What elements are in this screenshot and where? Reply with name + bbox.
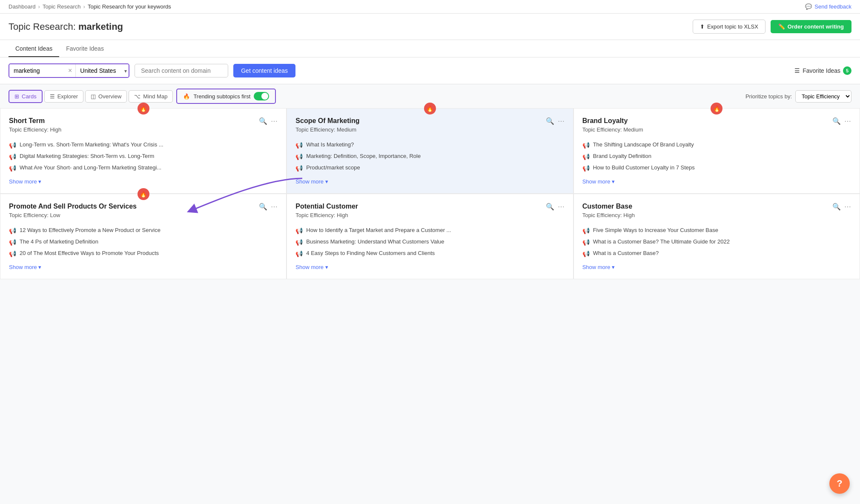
card-item: 📢 Product/market scope — [295, 164, 564, 172]
clear-keyword-button[interactable]: × — [65, 67, 75, 74]
card-more-button[interactable]: ⋯ — [844, 203, 851, 211]
show-more-link[interactable]: Show more ▾ — [582, 264, 851, 270]
toggle-switch[interactable] — [254, 92, 269, 100]
trending-subtopics-toggle[interactable]: 🔥 Trending subtopics first — [176, 89, 276, 104]
card-more-button[interactable]: ⋯ — [558, 117, 565, 125]
export-button[interactable]: ⬆ Export topic to XLSX — [693, 20, 765, 34]
card-efficiency: Topic Efficiency: High — [9, 126, 259, 133]
card-header: Brand Loyalty Topic Efficiency: Medium 🔍… — [582, 117, 851, 133]
card-efficiency: Topic Efficiency: High — [582, 212, 832, 218]
card-title-block: Potential Customer Topic Efficiency: Hig… — [295, 203, 545, 218]
card-title-block: Short Term Topic Efficiency: High — [9, 117, 259, 133]
fire-badge: 🔥 — [711, 103, 722, 115]
keyword-input-wrap: × United States United Kingdom Canada ▾ — [9, 63, 129, 78]
card-title: Brand Loyalty — [582, 117, 832, 125]
grid-icon: ⊞ — [14, 93, 19, 100]
explorer-icon: ☰ — [50, 93, 55, 100]
card-actions: 🔍 ⋯ — [832, 203, 851, 211]
show-more-link[interactable]: Show more ▾ — [295, 178, 564, 185]
card-item: 📢 What is a Customer Base? — [582, 250, 851, 257]
megaphone-icon: 📢 — [295, 165, 303, 172]
card-items: 📢 How to Identify a Target Market and Pr… — [295, 227, 564, 257]
card-items: 📢 What Is Marketing? 📢 Marketing: Defini… — [295, 141, 564, 172]
card-item: 📢 12 Ways to Effectively Promote a New P… — [9, 227, 278, 234]
send-feedback-link[interactable]: 💬 Send feedback — [805, 3, 851, 10]
view-cards-button[interactable]: ⊞ Cards — [9, 90, 43, 103]
card-header: Customer Base Topic Efficiency: High 🔍 ⋯ — [582, 203, 851, 218]
card-more-button[interactable]: ⋯ — [844, 117, 851, 125]
card-item: 📢 Marketing: Definition, Scope, Importan… — [295, 153, 564, 160]
card-item: 📢 What Is Marketing? — [295, 141, 564, 149]
export-icon: ⬆ — [700, 23, 705, 30]
card-item: 📢 What is a Customer Base? The Ultimate … — [582, 238, 851, 246]
view-mindmap-button[interactable]: ⌥ Mind Map — [129, 90, 173, 103]
main-tabs: Content Ideas Favorite Ideas — [0, 40, 860, 57]
keyword-input[interactable] — [9, 64, 65, 77]
card-search-button[interactable]: 🔍 — [259, 117, 267, 125]
card-scope-of-marketing: 🔥 Scope Of Marketing Topic Efficiency: M… — [287, 108, 573, 194]
fav-count-badge: 5 — [843, 66, 851, 75]
page-title: Topic Research: marketing — [9, 21, 123, 32]
country-select[interactable]: United States United Kingdom Canada — [76, 64, 129, 77]
card-short-term: 🔥 Short Term Topic Efficiency: High 🔍 ⋯ … — [0, 108, 287, 194]
card-item: 📢 What Are Your Short- and Long-Term Mar… — [9, 164, 278, 172]
fire-icon-toggle: 🔥 — [183, 93, 190, 100]
megaphone-icon: 📢 — [582, 165, 590, 172]
card-actions: 🔍 ⋯ — [546, 117, 565, 125]
card-more-button[interactable]: ⋯ — [271, 203, 278, 211]
view-explorer-button[interactable]: ☰ Explorer — [44, 90, 83, 103]
breadcrumb-topic-research[interactable]: Topic Research — [43, 3, 81, 10]
megaphone-icon: 📢 — [295, 153, 303, 160]
card-header: Scope Of Marketing Topic Efficiency: Med… — [295, 117, 564, 133]
megaphone-icon: 📢 — [295, 250, 303, 257]
breadcrumb-dashboard[interactable]: Dashboard — [9, 3, 36, 10]
megaphone-icon: 📢 — [295, 142, 303, 149]
show-more-link[interactable]: Show more ▾ — [9, 264, 278, 270]
card-header: Promote And Sell Products Or Services To… — [9, 203, 278, 218]
show-more-link[interactable]: Show more ▾ — [582, 178, 851, 185]
card-promote-and-sell: 🔥 Promote And Sell Products Or Services … — [0, 194, 287, 279]
card-header: Short Term Topic Efficiency: High 🔍 ⋯ — [9, 117, 278, 133]
order-writing-button[interactable]: ✏️ Order content writing — [771, 20, 851, 33]
list-icon: ☰ — [794, 67, 800, 74]
fire-badge: 🔥 — [138, 103, 149, 115]
card-search-button[interactable]: 🔍 — [546, 203, 554, 211]
card-item: 📢 Brand Loyalty Definition — [582, 153, 851, 160]
card-search-button[interactable]: 🔍 — [259, 203, 267, 211]
card-actions: 🔍 ⋯ — [259, 117, 278, 125]
card-item: 📢 How to Identify a Target Market and Pr… — [295, 227, 564, 234]
show-more-link[interactable]: Show more ▾ — [295, 264, 564, 270]
card-brand-loyalty: 🔥 Brand Loyalty Topic Efficiency: Medium… — [573, 108, 860, 194]
card-actions: 🔍 ⋯ — [546, 203, 565, 211]
card-title-block: Promote And Sell Products Or Services To… — [9, 203, 259, 218]
card-title-block: Scope Of Marketing Topic Efficiency: Med… — [295, 117, 545, 133]
megaphone-icon: 📢 — [9, 250, 16, 257]
tab-content-ideas[interactable]: Content Ideas — [9, 40, 59, 57]
toggle-knob — [261, 93, 268, 100]
show-more-link[interactable]: Show more ▾ — [9, 178, 278, 185]
card-customer-base: Customer Base Topic Efficiency: High 🔍 ⋯… — [573, 194, 860, 279]
card-items: 📢 The Shifting Landscape Of Brand Loyalt… — [582, 141, 851, 172]
tab-favorite-ideas[interactable]: Favorite Ideas — [59, 40, 111, 57]
fire-badge: 🔥 — [138, 188, 149, 200]
card-more-button[interactable]: ⋯ — [558, 203, 565, 211]
card-search-button[interactable]: 🔍 — [546, 117, 554, 125]
get-content-ideas-button[interactable]: Get content ideas — [233, 64, 295, 77]
megaphone-icon: 📢 — [9, 227, 16, 234]
megaphone-icon: 📢 — [9, 165, 16, 172]
card-item: 📢 The 4 Ps of Marketing Definition — [9, 238, 278, 246]
card-search-button[interactable]: 🔍 — [832, 203, 841, 211]
overview-icon: ◫ — [91, 93, 96, 100]
prioritize-select[interactable]: Topic Efficiency Volume — [795, 90, 851, 103]
card-title: Promote And Sell Products Or Services — [9, 203, 259, 210]
card-title: Short Term — [9, 117, 259, 125]
card-more-button[interactable]: ⋯ — [271, 117, 278, 125]
top-bar: Dashboard › Topic Research › Topic Resea… — [0, 0, 860, 14]
view-overview-button[interactable]: ◫ Overview — [85, 90, 127, 103]
megaphone-icon: 📢 — [295, 227, 303, 234]
megaphone-icon: 📢 — [582, 239, 590, 246]
domain-search-input[interactable] — [135, 64, 228, 77]
card-item: 📢 4 Easy Steps to Finding New Customers … — [295, 250, 564, 257]
card-search-button[interactable]: 🔍 — [832, 117, 841, 125]
favorite-ideas-button[interactable]: ☰ Favorite Ideas 5 — [794, 66, 851, 75]
